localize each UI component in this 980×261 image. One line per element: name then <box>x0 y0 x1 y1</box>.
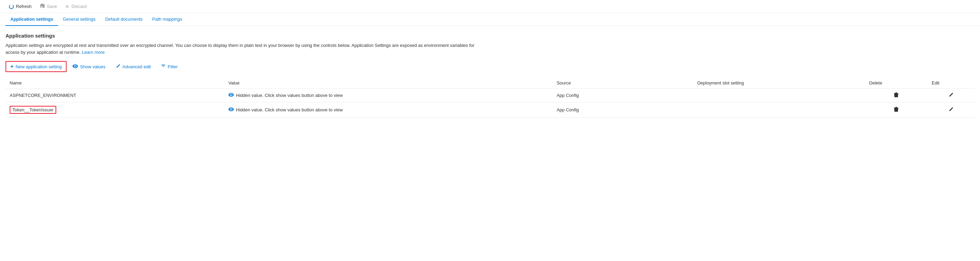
row2-slot <box>693 102 865 118</box>
col-source: Source <box>553 78 694 89</box>
page-description: Application settings are encrypted at re… <box>6 42 488 56</box>
table-row: ASPNETCORE_ENVIRONMENT Hidden value. Cli… <box>6 89 974 102</box>
refresh-button[interactable]: Refresh <box>6 2 35 10</box>
edit-icon[interactable] <box>948 92 953 98</box>
tabs-bar: Application settings General settings De… <box>0 13 980 26</box>
trash-icon[interactable] <box>894 93 899 99</box>
show-values-label: Show values <box>80 64 105 69</box>
tab-general-settings[interactable]: General settings <box>58 13 100 26</box>
eye-icon <box>72 64 78 69</box>
page-title: Application settings <box>6 33 974 38</box>
svg-rect-0 <box>896 94 896 97</box>
row1-slot <box>693 89 865 102</box>
refresh-label: Refresh <box>16 4 32 9</box>
table-header-row: Name Value Source Deployment slot settin… <box>6 78 974 89</box>
refresh-icon <box>9 4 14 9</box>
row2-source: App Config <box>553 102 694 118</box>
tab-path-mappings[interactable]: Path mappings <box>147 13 187 26</box>
tab-default-documents[interactable]: Default documents <box>100 13 147 26</box>
svg-rect-2 <box>896 108 896 111</box>
row1-edit[interactable] <box>928 89 974 102</box>
row1-name: ASPNETCORE_ENVIRONMENT <box>6 89 224 102</box>
row1-delete[interactable] <box>865 89 928 102</box>
eye-icon-row2 <box>228 107 234 112</box>
filter-icon <box>161 64 165 69</box>
advanced-edit-button[interactable]: Advanced edit <box>111 62 155 72</box>
new-setting-label: New application setting <box>16 64 62 69</box>
save-button[interactable]: Save <box>37 2 61 11</box>
advanced-edit-label: Advanced edit <box>123 64 151 69</box>
settings-table: Name Value Source Deployment slot settin… <box>6 78 974 118</box>
filter-button[interactable]: Filter <box>157 62 182 72</box>
col-name: Name <box>6 78 224 89</box>
discard-label: Discard <box>72 4 87 9</box>
row2-value: Hidden value. Click show values button a… <box>224 102 552 118</box>
row2-edit[interactable] <box>928 102 974 118</box>
learn-more-link[interactable]: Learn more <box>82 49 105 55</box>
col-value: Value <box>224 78 552 89</box>
pencil-icon <box>116 64 120 69</box>
col-edit: Edit <box>928 78 974 89</box>
main-content: Application settings Application setting… <box>0 26 980 124</box>
discard-button[interactable]: ✕ Discard <box>62 2 90 11</box>
discard-icon: ✕ <box>65 4 69 9</box>
edit-icon[interactable] <box>948 107 953 113</box>
row1-hidden-text: Hidden value. Click show values button a… <box>236 93 342 98</box>
row2-hidden-text: Hidden value. Click show values button a… <box>236 107 342 112</box>
row2-name: Token__TokenIssuer <box>6 102 224 118</box>
tab-app-settings[interactable]: Application settings <box>6 13 58 26</box>
new-application-setting-button[interactable]: + New application setting <box>6 61 67 72</box>
toolbar: Refresh Save ✕ Discard <box>0 0 980 13</box>
save-label: Save <box>47 4 57 9</box>
action-bar: + New application setting Show values Ad… <box>6 61 974 72</box>
eye-icon-row1 <box>228 93 234 98</box>
row1-source: App Config <box>553 89 694 102</box>
filter-label: Filter <box>168 64 178 69</box>
trash-icon[interactable] <box>894 107 899 113</box>
row2-delete[interactable] <box>865 102 928 118</box>
plus-icon: + <box>10 64 13 70</box>
table-row: Token__TokenIssuer Hidden value. Click s… <box>6 102 974 118</box>
col-delete: Delete <box>865 78 928 89</box>
save-icon <box>40 3 45 9</box>
col-deployment-slot: Deployment slot setting <box>693 78 865 89</box>
show-values-button[interactable]: Show values <box>68 62 110 72</box>
description-text: Application settings are encrypted at re… <box>6 43 474 55</box>
row1-value: Hidden value. Click show values button a… <box>224 89 552 102</box>
